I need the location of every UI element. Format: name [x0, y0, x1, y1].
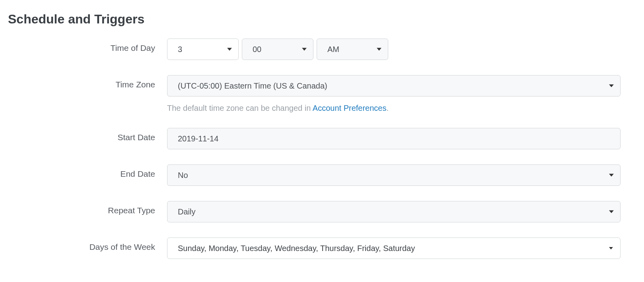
chevron-down-icon: [377, 48, 381, 51]
start-date-input[interactable]: 2019-11-14: [167, 128, 621, 149]
label-start-date: Start Date: [8, 128, 167, 142]
row-start-date: Start Date 2019-11-14: [8, 128, 636, 149]
days-of-week-value: Sunday, Monday, Tuesday, Wednesday, Thur…: [178, 244, 415, 253]
start-date-value: 2019-11-14: [178, 134, 218, 143]
schedule-triggers-section: Schedule and Triggers Time of Day 3 00 A…: [8, 12, 636, 259]
hint-prefix: The default time zone can be changed in: [167, 104, 313, 112]
meridiem-value: AM: [327, 45, 339, 54]
section-title: Schedule and Triggers: [8, 12, 636, 27]
minute-select[interactable]: 00: [242, 39, 313, 60]
meridiem-select[interactable]: AM: [317, 39, 388, 60]
repeat-type-value: Daily: [178, 207, 195, 216]
repeat-type-select[interactable]: Daily: [167, 201, 621, 222]
label-end-date: End Date: [8, 164, 167, 179]
chevron-down-icon: [609, 247, 613, 249]
days-of-week-select[interactable]: Sunday, Monday, Tuesday, Wednesday, Thur…: [167, 238, 621, 259]
time-zone-select[interactable]: (UTC-05:00) Eastern Time (US & Canada): [167, 75, 621, 97]
row-time-zone: Time Zone (UTC-05:00) Eastern Time (US &…: [8, 75, 636, 113]
row-end-date: End Date No: [8, 164, 636, 186]
hint-suffix: .: [386, 104, 389, 112]
hour-value: 3: [178, 45, 182, 54]
chevron-down-icon: [609, 174, 614, 177]
row-time-of-day: Time of Day 3 00 AM: [8, 39, 636, 60]
row-repeat-type: Repeat Type Daily: [8, 201, 636, 222]
chevron-down-icon: [609, 85, 614, 87]
label-time-of-day: Time of Day: [8, 39, 167, 53]
time-zone-hint: The default time zone can be changed in …: [167, 104, 621, 113]
end-date-select[interactable]: No: [167, 164, 621, 186]
time-zone-value: (UTC-05:00) Eastern Time (US & Canada): [178, 81, 327, 91]
label-repeat-type: Repeat Type: [8, 201, 167, 215]
account-preferences-link[interactable]: Account Preferences: [313, 104, 387, 112]
row-days-of-week: Days of the Week Sunday, Monday, Tuesday…: [8, 238, 636, 259]
chevron-down-icon: [227, 48, 232, 51]
hour-select[interactable]: 3: [167, 39, 239, 60]
chevron-down-icon: [302, 48, 307, 51]
time-of-day-group: 3 00 AM: [167, 39, 388, 60]
end-date-value: No: [178, 171, 188, 180]
chevron-down-icon: [609, 211, 614, 213]
label-time-zone: Time Zone: [8, 75, 167, 89]
minute-value: 00: [253, 45, 261, 54]
label-days-of-week: Days of the Week: [8, 238, 167, 252]
